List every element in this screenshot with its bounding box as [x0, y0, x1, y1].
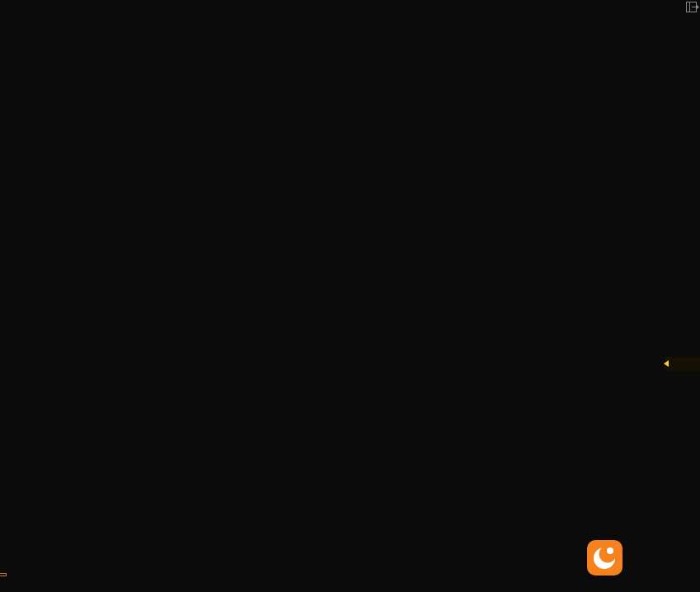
panel-toggle-icon[interactable] — [686, 2, 700, 13]
huijin-logo-icon — [587, 540, 622, 576]
date-axis — [0, 577, 700, 592]
price-badge-pointer-icon — [664, 360, 669, 367]
percent-axis — [665, 0, 700, 592]
chart-header — [3, 1, 26, 14]
site-watermark — [587, 540, 626, 576]
current-price-badge — [665, 357, 700, 371]
price-chart-canvas[interactable] — [0, 0, 700, 592]
quote-chart-window — [0, 0, 700, 592]
current-time-label — [0, 573, 7, 576]
